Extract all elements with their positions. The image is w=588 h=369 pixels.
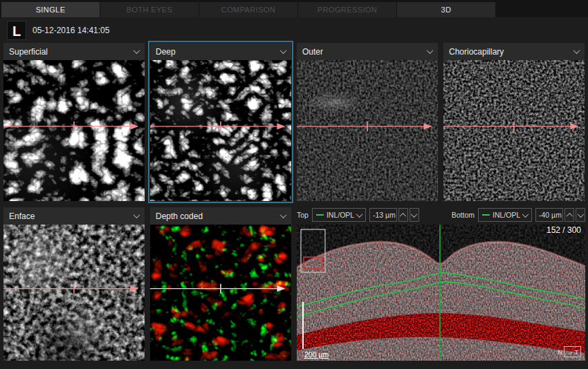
panel-superficial: Superficial (3, 43, 145, 201)
layer-line-swatch-icon (482, 214, 490, 216)
bottom-boundary-label: Bottom (452, 211, 475, 219)
scan-line[interactable] (150, 225, 291, 361)
panel-deep: Deep (150, 43, 291, 201)
panel-depth-coded: Depth coded (150, 207, 291, 361)
scale-bar (302, 302, 304, 349)
panel-title: Deep (156, 47, 176, 57)
bottom-layer-select[interactable]: INL/OPL (478, 208, 532, 222)
panel-title: Enface (9, 211, 35, 221)
scan-line[interactable] (443, 60, 585, 201)
panel-choriocapillary-image[interactable] (443, 60, 585, 201)
panel-deep-layer-select[interactable]: Deep (150, 43, 291, 60)
chevron-down-icon (573, 47, 580, 54)
bscan-image[interactable]: 152 / 300 200 µm N → T (297, 225, 585, 361)
layer-line-swatch-icon (316, 214, 324, 216)
tab-progression[interactable]: PROGRESSION (298, 2, 396, 17)
panel-outer-layer-select[interactable]: Outer (297, 43, 438, 60)
chevron-down-icon (134, 47, 140, 54)
top-offset-down-button[interactable] (410, 208, 419, 222)
tab-both-eyes[interactable]: BOTH EYES (100, 2, 199, 17)
tab-3d[interactable]: 3D (397, 2, 495, 17)
top-layer-select[interactable]: INL/OPL (312, 208, 366, 222)
temporal-label: T (574, 348, 578, 356)
view-tabbar: SINGLE BOTH EYES COMPARISON PROGRESSION … (0, 0, 588, 17)
panel-enface: Enface (3, 207, 145, 361)
panel-title: Outer (302, 47, 323, 57)
panel-outer: Outer (297, 43, 438, 201)
chevron-down-icon (356, 211, 363, 218)
panel-bscan: Top INL/OPL -13 µm Bottom INL/OPL -40 µm (297, 207, 585, 361)
top-offset-value: -13 µm (369, 208, 397, 222)
bottom-offset-value: -40 µm (535, 208, 563, 222)
chevron-up-icon (566, 212, 573, 219)
chevron-down-icon (134, 211, 140, 218)
tab-comparison[interactable]: COMPARISON (199, 2, 297, 17)
nasal-label: N (558, 348, 562, 356)
top-layer-value: INL/OPL (327, 211, 354, 219)
chevron-down-icon (280, 211, 287, 218)
orientation-indicator: N → T (558, 346, 581, 357)
panel-depth-coded-layer-select[interactable]: Depth coded (150, 207, 291, 225)
panel-title: Depth coded (156, 211, 203, 221)
scan-line[interactable] (3, 225, 145, 361)
bottom-offset-up-button[interactable] (564, 208, 574, 222)
scan-line[interactable] (150, 60, 291, 201)
panel-superficial-layer-select[interactable]: Superficial (3, 43, 145, 60)
panel-depth-coded-image[interactable] (150, 225, 291, 361)
panel-choriocapillary: Choriocapillary (443, 43, 585, 201)
top-boundary-label: Top (297, 211, 309, 219)
exam-timestamp: 05-12-2016 14:41:05 (33, 26, 109, 35)
chevron-down-icon (280, 47, 287, 54)
frame-counter: 152 / 300 (546, 225, 581, 235)
tab-single[interactable]: SINGLE (1, 2, 100, 17)
bscan-layer-controls: Top INL/OPL -13 µm Bottom INL/OPL -40 µm (297, 207, 585, 223)
top-offset-up-button[interactable] (398, 208, 408, 222)
bottom-offset-down-button[interactable] (576, 208, 585, 222)
chevron-down-icon (522, 211, 529, 218)
panel-title: Superficial (9, 47, 48, 57)
chevron-down-icon (411, 211, 418, 218)
panel-enface-image[interactable] (3, 225, 145, 361)
scale-label: 200 µm (304, 350, 329, 359)
panel-title: Choriocapillary (449, 47, 504, 57)
bottom-layer-value: INL/OPL (493, 211, 520, 219)
orientation-arrow-box: → T (564, 346, 581, 357)
panel-outer-image[interactable] (297, 60, 438, 201)
scan-line[interactable] (297, 60, 438, 201)
scan-line[interactable] (3, 60, 145, 201)
panel-deep-image[interactable] (150, 60, 291, 201)
panel-choriocapillary-layer-select[interactable]: Choriocapillary (443, 43, 585, 60)
chevron-down-icon (577, 211, 584, 218)
panel-enface-layer-select[interactable]: Enface (3, 207, 145, 225)
oct-angiography-app: SINGLE BOTH EYES COMPARISON PROGRESSION … (0, 0, 588, 369)
panel-superficial-image[interactable] (3, 60, 145, 201)
chevron-down-icon (427, 47, 434, 54)
chevron-up-icon (400, 212, 407, 219)
arrow-right-icon: → (567, 348, 573, 355)
laterality-badge: L (7, 21, 26, 40)
